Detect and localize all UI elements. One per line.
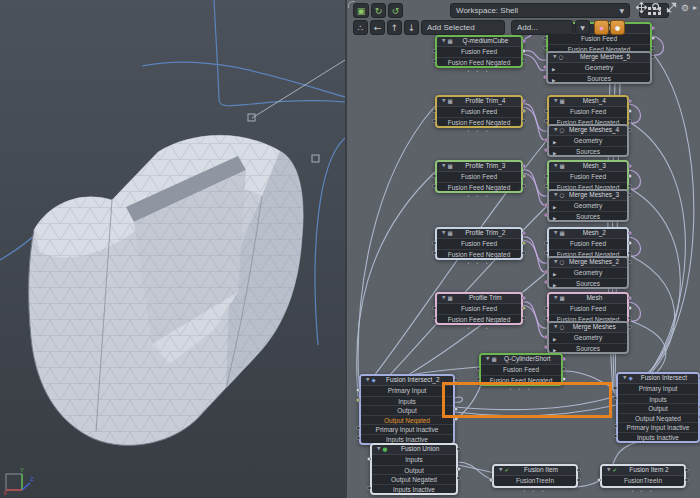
port[interactable] <box>522 164 526 168</box>
filter-icon[interactable]: ▼ <box>554 325 557 330</box>
port[interactable] <box>628 174 632 178</box>
port[interactable] <box>544 138 548 142</box>
node-port-row[interactable]: Fusion Feed <box>437 304 521 314</box>
port[interactable] <box>628 119 632 123</box>
port[interactable] <box>544 316 548 320</box>
node-port-row[interactable]: Output <box>361 405 453 415</box>
port[interactable] <box>544 251 548 255</box>
port[interactable] <box>454 417 458 421</box>
workspace-dropdown[interactable]: Workspace: Shell ▼ <box>450 3 630 18</box>
node-fusion-intersect[interactable]: ▼◆Fusion IntersectPrimary InputInputsOut… <box>616 372 700 443</box>
port[interactable] <box>628 251 632 255</box>
revert-button[interactable]: ↺ <box>388 3 403 18</box>
port[interactable] <box>457 447 461 451</box>
filter-icon[interactable]: ▼ <box>554 128 557 133</box>
port[interactable] <box>432 306 436 310</box>
viewport-3d[interactable]: Y Z X <box>0 0 345 498</box>
port[interactable] <box>476 377 480 381</box>
port[interactable] <box>544 119 548 123</box>
node-port-row[interactable]: ▶Sources <box>549 146 627 156</box>
filter-icon[interactable]: ▼ <box>607 468 610 473</box>
filter-icon[interactable]: ▼ <box>377 447 380 452</box>
node-port-row[interactable]: ▶Geometry <box>549 333 627 343</box>
port[interactable] <box>432 49 436 53</box>
port[interactable] <box>628 128 632 132</box>
node-title-bar[interactable]: ▼○Merge Meshes <box>549 323 627 333</box>
port[interactable] <box>543 46 547 50</box>
port[interactable] <box>597 478 601 482</box>
port[interactable] <box>432 316 436 320</box>
node-merge-meshes-5[interactable]: ▼○Merge Meshes_5▶Geometry▶Sources <box>546 51 652 84</box>
port[interactable] <box>628 260 632 264</box>
node-title-bar[interactable]: ▼▦Mesh_2 <box>549 229 627 239</box>
node-port-row[interactable]: Fusion Feed Negated <box>437 182 521 192</box>
node-port-row[interactable]: Inputs Inactive <box>618 432 698 442</box>
filter-icon[interactable]: ▼ <box>366 378 369 383</box>
filter-icon[interactable]: ▼ <box>442 39 445 44</box>
port[interactable] <box>628 325 632 329</box>
port[interactable] <box>628 184 632 188</box>
node-title-bar[interactable]: ▼▦Q-mediumCube <box>437 37 521 47</box>
node-port-row[interactable]: Fusion Feed <box>481 365 561 375</box>
node-title-bar[interactable]: ▼▦Profile Trim_2 <box>437 229 521 239</box>
node-profile-trim-2[interactable]: ▼▦Profile Trim_2Fusion FeedFusion Feed N… <box>435 227 523 260</box>
node-merge-meshes-3[interactable]: ▼○Merge Meshes_3▶Geometry▶Sources <box>547 189 629 222</box>
node-title-bar[interactable]: ▼○Merge Meshes_4 <box>549 126 627 136</box>
port[interactable] <box>544 213 548 217</box>
port[interactable] <box>544 184 548 188</box>
node-title-bar[interactable]: ▼▦Mesh_3 <box>549 162 627 172</box>
port[interactable] <box>432 174 436 178</box>
node-port-row[interactable]: ▶Sources <box>549 278 627 288</box>
port[interactable] <box>628 306 632 310</box>
node-port-row[interactable]: Fusion Feed Negated <box>437 117 521 127</box>
arrow-up-button[interactable]: ↑ <box>387 20 402 35</box>
node-port-row[interactable]: Inputs <box>618 394 698 404</box>
node-profile-trim-4[interactable]: ▼▦Profile Trim_4Fusion FeedFusion Feed N… <box>435 95 523 128</box>
port[interactable] <box>522 49 526 53</box>
node-port-row[interactable]: Output <box>372 465 456 475</box>
port[interactable] <box>544 335 548 339</box>
filter-icon[interactable]: ▼ <box>442 296 445 301</box>
pan-icon[interactable] <box>636 2 647 13</box>
filter-icon[interactable]: ▼ <box>554 193 557 198</box>
port[interactable] <box>577 478 581 482</box>
port[interactable] <box>522 109 526 113</box>
port[interactable] <box>544 148 548 152</box>
node-title-bar[interactable]: ▼○Merge Meshes_5 <box>548 53 650 63</box>
add-selected-button[interactable]: Add Selected <box>421 20 505 35</box>
node-port-row[interactable]: Fusion Feed <box>549 107 627 117</box>
expand-arrow-icon[interactable]: ▸ <box>693 3 697 12</box>
node-port-row[interactable]: Fusion Feed <box>549 239 627 249</box>
node-port-row[interactable]: Output <box>618 403 698 413</box>
port[interactable] <box>543 65 547 69</box>
node-port-row[interactable]: Fusion Feed <box>437 172 521 182</box>
port[interactable] <box>544 241 548 245</box>
node-title-bar[interactable]: ▼▦Q-CylinderShort <box>481 355 561 365</box>
node-port-row[interactable]: Primary Input Inactive <box>361 424 453 434</box>
port[interactable] <box>432 119 436 123</box>
port[interactable] <box>562 377 566 381</box>
filter-icon[interactable]: ▼ <box>554 164 557 169</box>
port[interactable] <box>454 407 458 411</box>
schematic-panel[interactable]: ▼▦Q-mediumCubeFusion FeedFusion Feed Neg… <box>345 0 700 498</box>
port[interactable] <box>544 109 548 113</box>
port[interactable] <box>577 468 581 472</box>
node-port-row[interactable]: ▶Sources <box>549 343 627 353</box>
filter-icon[interactable]: ▼ <box>499 468 502 473</box>
node-port-row[interactable]: ▶Sources <box>549 211 627 221</box>
port[interactable] <box>628 164 632 168</box>
port[interactable] <box>544 345 548 349</box>
port[interactable] <box>544 280 548 284</box>
node-title-bar[interactable]: ▼▦Mesh_4 <box>549 97 627 107</box>
port[interactable] <box>651 46 655 50</box>
node-port-row[interactable]: Fusion Feed <box>437 239 521 249</box>
port[interactable] <box>651 55 655 59</box>
port[interactable] <box>685 478 689 482</box>
node-title-bar[interactable]: ▼○Merge Meshes_3 <box>549 191 627 201</box>
port[interactable] <box>356 398 360 402</box>
port[interactable] <box>628 231 632 235</box>
node-port-row[interactable]: Fusion Feed Negated <box>437 249 521 259</box>
port[interactable] <box>367 457 371 461</box>
node-port-row[interactable]: ▶Geometry <box>549 136 627 146</box>
port[interactable] <box>651 36 655 40</box>
